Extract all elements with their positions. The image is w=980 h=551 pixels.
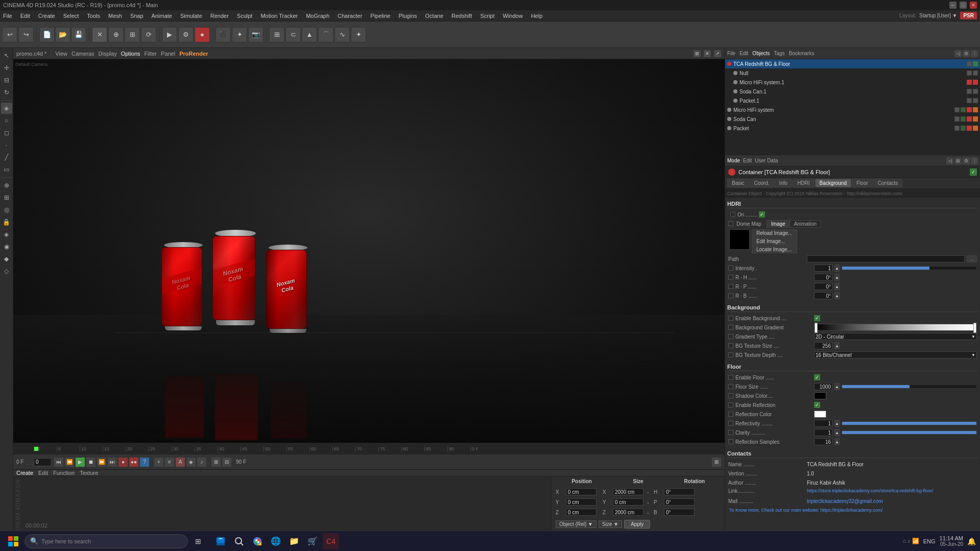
taskbar-search[interactable]: 🔍 Type here to search [25,534,188,548]
next-frame-button[interactable]: ⏩ [97,457,107,467]
tab-create[interactable]: Create [16,470,33,476]
menu-snap[interactable]: Snap [130,13,144,19]
leftsidebar-axis[interactable]: ⊞ [1,192,12,203]
leftsidebar-pointer[interactable]: ↖ [1,50,12,61]
y-pos-input[interactable] [566,498,596,506]
taskbar-files[interactable]: 📁 [286,533,302,549]
viewport-icon3[interactable]: ↗ [713,50,722,58]
menu-select[interactable]: Select [63,13,79,19]
timeline-zoom-out[interactable]: ⊟ [222,457,232,467]
leftsidebar-object[interactable]: ○ [1,115,12,126]
prop-tab-hdri[interactable]: HDRI [793,179,814,187]
enable-bg-check[interactable]: ✓ [814,315,820,321]
menu-redshift[interactable]: Redshift [451,13,472,19]
intensity-arrow[interactable]: ▲ [834,265,840,272]
menu-simulate[interactable]: Simulate [180,13,202,19]
menu-plugins[interactable]: Plugins [398,13,417,19]
gradient-handle-right[interactable] [973,323,976,333]
objmgr-tab-tags[interactable]: Tags [774,51,784,56]
stop-button[interactable]: ⏹ [86,457,96,467]
obj-packet1[interactable]: Packet.1 [725,96,980,105]
menu-animate[interactable]: Animate [152,13,172,19]
rh-arrow[interactable]: ▲ [834,274,840,281]
render-preview[interactable]: ▶ [162,27,177,42]
leftsidebar-brush[interactable]: ◉ [1,241,12,252]
leftsidebar-solo[interactable]: ◎ [1,204,12,215]
menu-mesh[interactable]: Mesh [108,13,122,19]
enable-reflection-check[interactable]: ✓ [814,402,820,408]
props-icon1[interactable]: ◁ [946,157,953,164]
leftsidebar-model[interactable]: ◈ [1,103,12,114]
taskbar-chrome[interactable] [249,533,266,549]
start-button[interactable] [4,532,22,550]
props-icon2[interactable]: ⊞ [954,157,962,164]
timeline-zoom-in[interactable]: ⊞ [211,457,221,467]
rh-input[interactable] [814,274,832,281]
obj-microhifi[interactable]: Micro HiFi system [725,105,980,114]
shadow-color-swatch[interactable] [814,392,826,399]
spline-btn[interactable]: ∿ [334,27,350,42]
menu-octane[interactable]: Octane [425,13,443,19]
goto-end-button[interactable]: ⏭ [107,457,117,467]
taskbar-edge[interactable]: 🌐 [268,533,284,549]
objmgr-icon1[interactable]: ◁ [954,50,962,57]
reload-image-btn[interactable]: Reload Image... [752,229,797,237]
redo-button[interactable]: ↪ [18,27,34,42]
menu-help[interactable]: Help [531,13,543,19]
viewport-icon1[interactable]: ⊞ [693,50,701,58]
z-pos-input[interactable] [566,509,596,516]
frame-input[interactable] [34,458,52,466]
save-button[interactable]: 💾 [71,27,86,42]
obj-icon2-packet[interactable] [973,126,978,131]
locate-image-btn[interactable]: Locate Image... [752,246,797,253]
boole-btn[interactable]: ⊂ [285,27,301,42]
obj-vis-sodacan1[interactable] [967,89,972,94]
obj-check-null[interactable] [973,70,978,76]
light-btn[interactable]: ✦ [232,27,247,42]
menu-sculpt[interactable]: Sculpt [237,13,253,19]
obj-icon2-microhifi[interactable] [973,107,978,112]
intensity-input[interactable] [814,265,832,272]
vtab-cameras[interactable]: Cameras [71,51,94,57]
floor-size-slider[interactable] [842,385,977,389]
objmgr-icon2[interactable]: ⚙ [963,50,970,57]
taskbar-cinema4d[interactable]: C4 [323,533,339,549]
scale-tool[interactable]: ⊞ [125,27,140,42]
minimize-button[interactable]: ─ [949,2,957,9]
obj-sodacan1[interactable]: Soda Can.1 [725,87,980,96]
rb-input[interactable] [814,292,832,299]
mail-value[interactable]: tripleclickacademy32@gmail.com [807,498,977,504]
obj-tca[interactable]: TCA Redshift BG & Floor [725,59,980,68]
menu-create[interactable]: Create [38,13,55,19]
render-to-picture[interactable]: ● [195,27,210,42]
leftsidebar-point[interactable]: · [1,139,12,151]
prop-tab-basic[interactable]: Basic [727,179,749,187]
leftsidebar-measure[interactable]: ◇ [1,266,12,277]
viewport-icon2[interactable]: ✕ [703,50,711,58]
clarity-input[interactable] [814,429,832,436]
rp-input[interactable] [814,283,832,290]
rotate-tool[interactable]: ⟳ [141,27,156,42]
vtab-display[interactable]: Display [99,51,117,57]
size-dropdown[interactable]: Size ▼ [599,520,622,528]
bend-btn[interactable]: ⌒ [318,27,333,42]
leftsidebar-magnet[interactable]: ◈ [1,229,12,240]
leftsidebar-texture[interactable]: ◻ [1,127,12,138]
reflectivity-slider[interactable] [842,421,977,425]
p-rot-input[interactable] [664,498,695,506]
obj-vis-packet1[interactable] [967,98,972,103]
vtab-prorender[interactable]: ProRender [179,51,208,57]
bg-texture-size-input[interactable] [814,342,832,349]
reflection-color-swatch[interactable] [814,411,826,418]
obj-vis-tca[interactable] [967,61,972,66]
obj-check-packet1[interactable] [973,98,978,103]
menu-file[interactable]: File [3,13,12,19]
y-size-input[interactable] [613,498,643,506]
vtab-filter[interactable]: Filter [145,51,157,57]
layout-dropdown[interactable]: Startup [User] ▼ [919,13,957,18]
keyframe-list[interactable]: ≡ [164,457,175,467]
bg-texture-size-arrow[interactable]: ▲ [834,342,840,349]
undo-button[interactable]: ↩ [2,27,17,42]
menu-render[interactable]: Render [210,13,229,19]
prev-frame-button[interactable]: ⏪ [64,457,75,467]
